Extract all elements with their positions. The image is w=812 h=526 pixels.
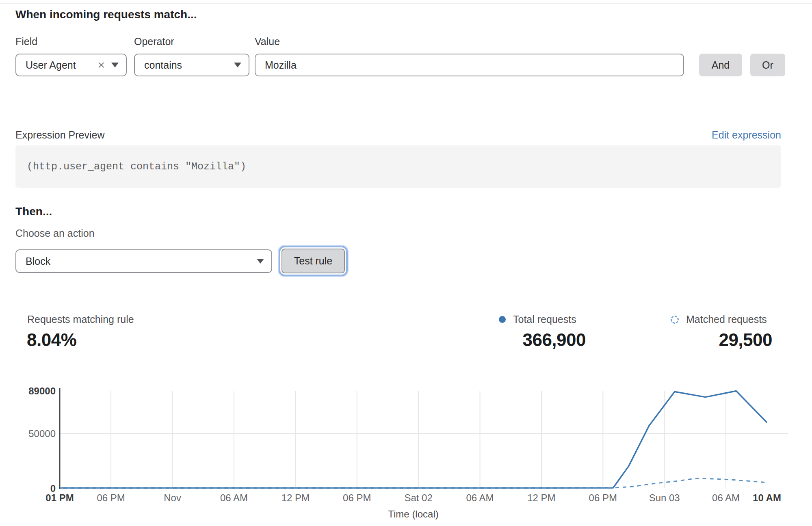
expression-code-box: (http.user_agent contains "Mozilla") [15, 145, 781, 188]
matching-rule-label: Requests matching rule [27, 314, 134, 325]
y-tick-label: 89000 [28, 385, 56, 396]
field-label: Field [15, 36, 37, 48]
chevron-down-icon [257, 259, 264, 264]
and-button[interactable]: And [699, 54, 742, 76]
matched-requests-label: Matched requests [686, 314, 767, 325]
action-select[interactable]: Block [15, 249, 272, 273]
x-tick-label: 12 PM [281, 492, 310, 503]
x-tick-label: Sun 03 [649, 492, 680, 503]
match-section-title: When incoming requests match... [15, 8, 197, 21]
requests-chart[interactable]: 0500008900001 PM06 PMNov06 AM12 PM06 PMS… [0, 378, 812, 526]
matched-requests-value: 29,500 [650, 330, 772, 350]
operator-select-value: contains [135, 59, 234, 71]
field-select[interactable]: User Agent × [15, 54, 127, 76]
x-tick-label: 06 PM [97, 492, 125, 503]
or-button[interactable]: Or [750, 54, 785, 76]
expression-preview-label: Expression Preview [15, 129, 105, 141]
action-select-value: Block [16, 255, 257, 267]
value-input[interactable] [255, 54, 684, 76]
choose-action-label: Choose an action [15, 227, 95, 239]
x-tick-label: 06 PM [589, 492, 617, 503]
total-requests-label: Total requests [513, 314, 576, 325]
legend-matched-requests[interactable]: Matched requests [671, 314, 767, 325]
chevron-down-icon [234, 63, 241, 67]
solid-dot-icon [499, 316, 506, 323]
value-label: Value [255, 36, 280, 48]
operator-select[interactable]: contains [134, 54, 249, 76]
total-requests-value: 366,900 [464, 330, 586, 350]
operator-label: Operator [134, 36, 174, 48]
field-select-value: User Agent [16, 59, 97, 71]
y-tick-label: 50000 [28, 428, 56, 439]
matching-rule-value: 8.04% [27, 330, 76, 350]
x-tick-label: 12 PM [527, 492, 555, 503]
firewall-rule-editor: When incoming requests match... Field Op… [0, 0, 812, 526]
chevron-down-icon [111, 63, 119, 67]
legend-total-requests[interactable]: Total requests [499, 314, 576, 325]
x-tick-label: 10 AM [753, 492, 781, 503]
then-section-title: Then... [15, 205, 52, 218]
x-tick-label: 06 AM [220, 492, 248, 503]
x-tick-label: 06 AM [466, 492, 494, 503]
x-tick-label: Nov [164, 492, 181, 503]
series-solid[interactable] [60, 391, 767, 488]
x-tick-label: 06 PM [343, 492, 371, 503]
top-divider [0, 3, 812, 4]
edit-expression-link[interactable]: Edit expression [619, 129, 781, 141]
x-tick-label: 06 AM [712, 492, 740, 503]
expression-code: (http.user_agent contains "Mozilla") [15, 161, 246, 173]
x-axis-title: Time (local) [388, 509, 438, 520]
x-tick-label: Sat 02 [404, 492, 432, 503]
clear-field-icon[interactable]: × [97, 59, 105, 71]
test-rule-button[interactable]: Test rule [281, 249, 345, 273]
series-dashed[interactable] [60, 478, 767, 488]
dashed-circle-icon [671, 316, 679, 324]
x-tick-label: 01 PM [45, 492, 74, 503]
